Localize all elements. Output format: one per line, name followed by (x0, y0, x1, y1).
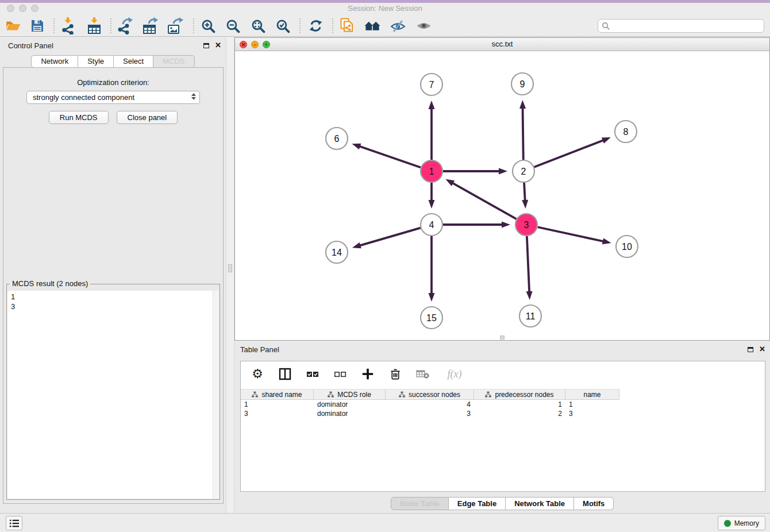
zoom-out-icon (226, 19, 240, 33)
graph-edge-2-9[interactable] (523, 107, 523, 160)
column-header-predecessor-nodes[interactable]: predecessor nodes (474, 389, 565, 400)
import-network-button[interactable] (58, 17, 78, 35)
graph-edge-2-3[interactable] (524, 183, 525, 202)
save-session-button[interactable] (28, 17, 47, 35)
table-cell[interactable]: 1 (241, 400, 314, 409)
column-header-successor-nodes[interactable]: successor nodes (386, 389, 474, 400)
column-view-button[interactable] (278, 367, 292, 381)
table-panel-tabs: Node Table Edge Table Network Table Moti… (234, 497, 770, 510)
network-canvas-svg[interactable]: 1234678910111415 (235, 51, 769, 340)
graph-edge-4-14[interactable] (359, 228, 420, 246)
column-hierarchy-icon (485, 391, 491, 398)
export-table-button[interactable] (140, 17, 160, 35)
export-network-button[interactable] (115, 17, 134, 35)
hide-selected-button[interactable] (388, 17, 407, 35)
table-cell[interactable]: dominator (314, 409, 386, 418)
tab-motifs[interactable]: Motifs (574, 497, 614, 510)
divider-grip-icon[interactable] (228, 264, 232, 272)
function-builder-button[interactable]: f(x) (443, 367, 466, 381)
task-history-button[interactable] (6, 516, 22, 530)
tab-node-table[interactable]: Node Table (391, 497, 449, 510)
tab-network-table[interactable]: Network Table (506, 497, 574, 510)
tab-network[interactable]: Network (31, 55, 78, 68)
graph-edge-arrowhead (445, 179, 455, 186)
column-header-shared-name[interactable]: shared name (241, 389, 314, 400)
network-resize-handle[interactable] (500, 336, 505, 340)
table-row[interactable]: 1dominator411 (241, 400, 765, 409)
column-hierarchy-icon (399, 391, 405, 398)
toolbar-separator (299, 18, 301, 33)
table-cell[interactable]: 3 (565, 409, 619, 418)
zoom-in-button[interactable] (198, 17, 218, 35)
column-header-label: name (583, 391, 600, 399)
graph-node-label-4: 4 (429, 220, 434, 230)
table-cell[interactable]: 3 (386, 409, 474, 418)
control-panel-header: Control Panel ✕ (0, 39, 226, 52)
table-toolbar: ⚙ (241, 361, 765, 387)
table-settings-button[interactable]: ⚙ (250, 367, 265, 381)
refresh-layout-button[interactable] (306, 17, 325, 35)
memory-button[interactable]: Memory (718, 516, 765, 530)
panel-split-divider[interactable] (226, 37, 234, 513)
table-cell[interactable]: 4 (386, 400, 474, 409)
tab-edge-table[interactable]: Edge Table (449, 497, 506, 510)
table-cell[interactable]: 1 (565, 400, 619, 409)
zoom-selected-button[interactable] (273, 17, 292, 35)
graph-edge-arrowhead (429, 200, 435, 209)
run-mcds-button[interactable]: Run MCDS (49, 111, 109, 124)
table-cell[interactable]: 1 (474, 400, 565, 409)
column-hierarchy-icon (252, 391, 258, 398)
graph-edge-arrowhead (352, 144, 361, 149)
column-header-MCDS-role[interactable]: MCDS role (314, 389, 386, 400)
float-panel-icon[interactable] (203, 43, 209, 48)
export-image-button[interactable] (165, 17, 185, 35)
graph-edge-3-11[interactable] (527, 236, 529, 293)
open-session-button[interactable] (3, 17, 23, 35)
tab-mcds[interactable]: MCDS (153, 55, 194, 68)
column-header-label: successor nodes (409, 391, 460, 399)
zoom-fit-button[interactable] (248, 17, 268, 35)
graph-edge-2-8[interactable] (534, 140, 605, 167)
criterion-dropdown[interactable]: strongly connected component (26, 91, 200, 104)
close-panel-button[interactable]: Close panel (117, 111, 178, 124)
dropdown-stepper-icon (191, 93, 196, 100)
close-table-panel-icon[interactable]: ✕ (759, 346, 765, 352)
control-panel: Control Panel ✕ Network Style Select MCD… (0, 37, 226, 513)
toolbar-separator (53, 18, 55, 33)
graph-edge-arrowhead (602, 238, 611, 245)
node-table-header: shared nameMCDS rolesuccessor nodesprede… (241, 389, 765, 400)
show-all-button[interactable] (414, 17, 433, 35)
float-table-panel-icon[interactable] (748, 347, 753, 352)
zoom-out-button[interactable] (223, 17, 242, 35)
graph-node-label-8: 8 (623, 127, 629, 137)
delete-column-button[interactable] (388, 367, 403, 381)
destroy-table-button[interactable] (415, 367, 430, 381)
add-column-button[interactable] (360, 367, 375, 381)
table-cell[interactable]: 2 (474, 409, 565, 418)
table-cell[interactable]: dominator (314, 400, 386, 409)
search-input[interactable] (610, 21, 764, 31)
column-header-name[interactable]: name (565, 389, 619, 400)
graph-node-label-6: 6 (334, 134, 340, 144)
table-cell[interactable]: 3 (241, 409, 314, 418)
graph-edge-1-6[interactable] (359, 146, 421, 167)
mcds-result-area[interactable]: 1 3 (7, 291, 219, 499)
import-table-icon (87, 17, 102, 34)
zoom-in-icon (201, 19, 215, 33)
memory-status-icon (724, 520, 731, 527)
import-table-button[interactable] (84, 17, 104, 35)
graph-edge-3-1[interactable] (452, 183, 517, 219)
tab-style[interactable]: Style (78, 55, 114, 68)
select-all-button[interactable] (305, 367, 320, 381)
deselect-all-button[interactable] (333, 367, 348, 381)
graph-edge-3-10[interactable] (538, 227, 605, 241)
column-hierarchy-icon (328, 391, 334, 398)
table-row[interactable]: 3dominator323 (241, 409, 765, 418)
tab-select[interactable]: Select (114, 55, 153, 68)
search-box (598, 19, 764, 33)
first-neighbors-button[interactable] (363, 17, 382, 35)
zoom-selected-icon (276, 19, 290, 33)
clone-network-button[interactable] (337, 17, 357, 35)
result-scrollbar[interactable] (213, 291, 219, 499)
close-panel-icon[interactable]: ✕ (215, 43, 221, 48)
